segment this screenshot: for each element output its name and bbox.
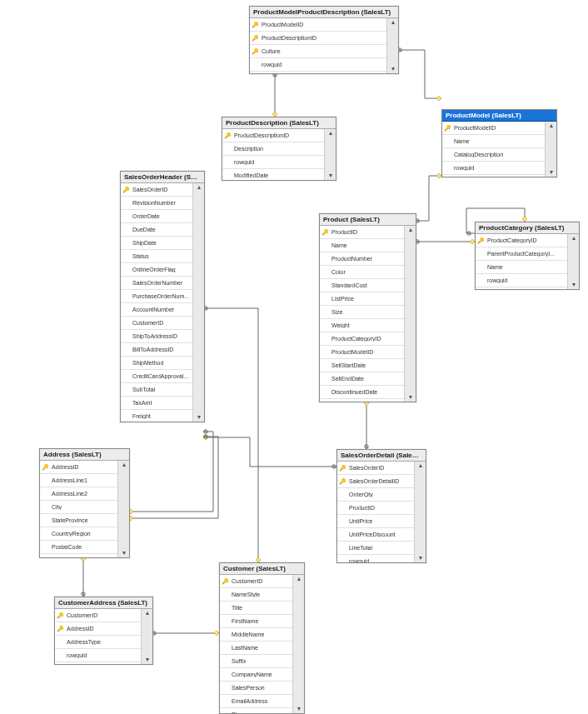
table-row[interactable]: CompanyName <box>220 667 292 681</box>
table-row[interactable]: rowguid <box>337 554 414 562</box>
table-row[interactable]: ProductID <box>337 501 414 514</box>
table-row[interactable]: ModifiedDate <box>222 168 324 180</box>
scroll-down-icon[interactable]: ▾ <box>146 656 149 664</box>
scrollbar[interactable]: ▴▾ <box>117 461 129 557</box>
table-row[interactable]: 🔑ProductDescriptionID <box>222 129 324 142</box>
table-row[interactable]: ThumbNailPhoto <box>320 398 404 402</box>
scroll-up-icon[interactable]: ▴ <box>419 462 422 470</box>
table-row[interactable]: 🔑ProductDescriptionID <box>250 31 386 44</box>
table-header[interactable]: ProductModel (SalesLT) <box>442 110 556 122</box>
table-row[interactable]: 🔑ProductCategoryID <box>476 234 567 247</box>
table-row[interactable]: Phone <box>220 707 292 713</box>
table-row[interactable]: ListPrice <box>320 292 404 305</box>
table-row[interactable]: StateProvince <box>40 513 117 527</box>
table-row[interactable]: ProductCategoryID <box>320 332 404 345</box>
scroll-up-icon[interactable]: ▴ <box>409 226 412 234</box>
table-row[interactable]: SellStartDate <box>320 358 404 372</box>
table-row[interactable]: SalesOrderNumber <box>121 276 192 289</box>
table-address[interactable]: Address (SalesLT)🔑AddressIDAddressLine1A… <box>39 448 130 558</box>
scrollbar[interactable]: ▴▾ <box>386 18 398 73</box>
table-row[interactable]: 🔑AddressID <box>55 622 141 635</box>
table-row[interactable]: City <box>40 500 117 513</box>
table-row[interactable]: Description <box>222 142 324 155</box>
table-row[interactable]: OrderQty <box>337 487 414 501</box>
table-row[interactable]: Name <box>320 238 404 252</box>
table-row[interactable]: ShipDate <box>121 236 192 249</box>
table-row[interactable]: 🔑CustomerID <box>55 609 141 622</box>
scroll-down-icon[interactable]: ▾ <box>572 281 576 289</box>
scrollbar[interactable]: ▴▾ <box>404 226 416 402</box>
table-row[interactable]: 🔑AddressID <box>40 461 117 473</box>
table-row[interactable]: ModifiedDate <box>476 287 567 289</box>
scroll-up-icon[interactable]: ▴ <box>391 18 395 27</box>
table-header[interactable]: ProductModelProductDescription (SalesLT) <box>250 7 398 18</box>
scrollbar[interactable]: ▴▾ <box>192 183 204 422</box>
table-row[interactable]: ParentProductCategoryI... <box>476 247 567 260</box>
table-row[interactable]: 🔑ProductID <box>320 226 404 238</box>
scroll-up-icon[interactable]: ▴ <box>146 609 149 617</box>
table-row[interactable]: DueDate <box>121 222 192 236</box>
table-row[interactable]: StandardCost <box>320 278 404 292</box>
table-pmpd[interactable]: ProductModelProductDescription (SalesLT)… <box>249 6 399 74</box>
table-row[interactable]: LineTotal <box>337 541 414 554</box>
table-productCategory[interactable]: ProductCategory (SalesLT)🔑ProductCategor… <box>475 222 580 290</box>
table-row[interactable]: AddressLine1 <box>40 473 117 487</box>
table-row[interactable]: ShipMethod <box>121 356 192 369</box>
table-row[interactable]: CustomerID <box>121 316 192 329</box>
table-customerAddress[interactable]: CustomerAddress (SalesLT)🔑CustomerID🔑Add… <box>54 597 153 665</box>
table-header[interactable]: ProductCategory (SalesLT) <box>476 222 579 234</box>
scrollbar[interactable]: ▴▾ <box>567 234 579 289</box>
table-row[interactable]: SellEndDate <box>320 372 404 385</box>
table-row[interactable]: RevisionNumber <box>121 196 192 209</box>
table-row[interactable]: SalesPerson <box>220 681 292 694</box>
scroll-down-icon[interactable]: ▾ <box>297 705 301 713</box>
scroll-down-icon[interactable]: ▾ <box>550 168 553 177</box>
table-header[interactable]: Address (SalesLT) <box>40 449 129 461</box>
table-row[interactable]: BillToAddressID <box>121 342 192 356</box>
table-customer[interactable]: Customer (SalesLT)🔑CustomerIDNameStyleTi… <box>219 562 305 714</box>
table-row[interactable]: LastName <box>220 641 292 654</box>
table-row[interactable]: 🔑ProductModelID <box>250 18 386 31</box>
table-row[interactable]: rowguid <box>40 553 117 557</box>
table-row[interactable]: 🔑SalesOrderDetailID <box>337 474 414 487</box>
table-row[interactable]: ProductNumber <box>320 252 404 265</box>
table-row[interactable]: EmailAddress <box>220 694 292 707</box>
table-soh[interactable]: SalesOrderHeader (SalesLT)🔑SalesOrderIDR… <box>120 171 205 422</box>
scroll-up-icon[interactable]: ▴ <box>550 122 553 130</box>
scroll-down-icon[interactable]: ▾ <box>391 65 395 73</box>
scroll-down-icon[interactable]: ▾ <box>122 549 126 557</box>
table-row[interactable]: ShipToAddressID <box>121 329 192 342</box>
scroll-up-icon[interactable]: ▴ <box>297 575 301 583</box>
table-row[interactable]: rowguid <box>55 648 141 662</box>
table-row[interactable]: ModifiedDate <box>55 662 141 664</box>
table-row[interactable]: Title <box>220 601 292 614</box>
diagram-canvas[interactable]: ProductModelProductDescription (SalesLT)… <box>0 0 588 714</box>
table-row[interactable]: rowguid <box>250 57 386 71</box>
table-row[interactable]: MiddleName <box>220 627 292 641</box>
scrollbar[interactable]: ▴▾ <box>545 122 556 177</box>
table-row[interactable]: 🔑SalesOrderID <box>121 183 192 196</box>
table-row[interactable]: NameStyle <box>220 587 292 601</box>
table-row[interactable]: OrderDate <box>121 209 192 222</box>
table-row[interactable]: ModifiedDate <box>442 174 545 177</box>
table-row[interactable]: Freight <box>121 409 192 422</box>
table-product[interactable]: Product (SalesLT)🔑ProductIDNameProductNu… <box>319 213 416 402</box>
table-row[interactable]: SubTotal <box>121 382 192 396</box>
table-row[interactable]: CatalogDescription <box>442 147 545 161</box>
scroll-down-icon[interactable]: ▾ <box>329 172 332 180</box>
scrollbar[interactable]: ▴▾ <box>324 129 336 180</box>
table-row[interactable]: Status <box>121 249 192 262</box>
table-row[interactable]: Name <box>442 134 545 147</box>
table-header[interactable]: SalesOrderHeader (SalesLT) <box>121 172 204 183</box>
table-row[interactable]: 🔑ProductModelID <box>442 122 545 134</box>
scrollbar[interactable]: ▴▾ <box>141 609 152 664</box>
scroll-up-icon[interactable]: ▴ <box>329 129 332 137</box>
table-row[interactable]: Weight <box>320 318 404 332</box>
table-row[interactable]: 🔑CustomerID <box>220 575 292 587</box>
table-productModel[interactable]: ProductModel (SalesLT)🔑ProductModelIDNam… <box>441 109 557 177</box>
scroll-up-icon[interactable]: ▴ <box>572 234 576 242</box>
table-row[interactable]: Size <box>320 305 404 318</box>
table-row[interactable]: OnlineOrderFlag <box>121 262 192 276</box>
table-row[interactable]: Name <box>476 260 567 273</box>
table-header[interactable]: ProductDescription (SalesLT) <box>222 117 336 129</box>
